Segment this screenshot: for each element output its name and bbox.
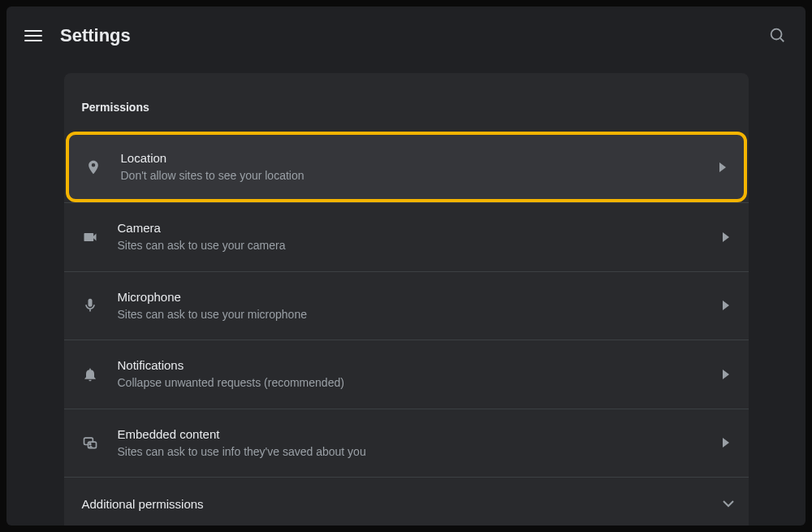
embedded-content-icon: [82, 435, 118, 451]
additional-permissions-row[interactable]: Additional permissions: [64, 477, 749, 526]
search-icon[interactable]: [768, 26, 788, 45]
permission-row-camera[interactable]: Camera Sites can ask to use your camera: [64, 202, 749, 270]
permission-title: Embedded content: [118, 426, 723, 443]
permission-row-embedded-content[interactable]: Embedded content Sites can ask to use in…: [64, 409, 749, 477]
svg-point-0: [771, 29, 782, 40]
chevron-down-icon: [723, 500, 731, 508]
permission-subtitle: Collapse unwanted requests (recommended): [118, 374, 723, 391]
permission-title: Microphone: [118, 288, 723, 305]
permission-title: Location: [121, 149, 719, 167]
permission-row-microphone[interactable]: Microphone Sites can ask to use your mic…: [64, 271, 749, 340]
bell-icon: [82, 366, 118, 383]
permission-row-notifications[interactable]: Notifications Collapse unwanted requests…: [64, 340, 749, 408]
app-header: Settings: [6, 6, 806, 65]
chevron-right-icon: [719, 162, 728, 172]
permission-title: Camera: [118, 219, 723, 236]
svg-point-4: [89, 443, 91, 445]
page-title: Settings: [60, 25, 131, 46]
settings-panel: Permissions Location Don't allow sites t…: [64, 73, 749, 526]
permission-title: Notifications: [118, 357, 723, 374]
camera-icon: [82, 229, 118, 245]
section-title: Permissions: [64, 101, 749, 132]
chevron-right-icon: [723, 438, 731, 448]
permission-subtitle: Don't allow sites to see your location: [121, 167, 719, 184]
microphone-icon: [82, 297, 118, 314]
additional-permissions-label: Additional permissions: [82, 495, 723, 513]
chevron-right-icon: [723, 301, 731, 310]
permission-row-location[interactable]: Location Don't allow sites to see your l…: [66, 132, 747, 202]
permission-subtitle: Sites can ask to use your microphone: [118, 305, 723, 323]
permission-subtitle: Sites can ask to use your camera: [118, 236, 723, 254]
svg-line-1: [780, 38, 784, 41]
permission-subtitle: Sites can ask to use info they've saved …: [118, 443, 723, 461]
menu-icon[interactable]: [24, 27, 42, 45]
chevron-right-icon: [723, 370, 731, 379]
chevron-right-icon: [723, 232, 731, 242]
location-icon: [85, 159, 121, 175]
